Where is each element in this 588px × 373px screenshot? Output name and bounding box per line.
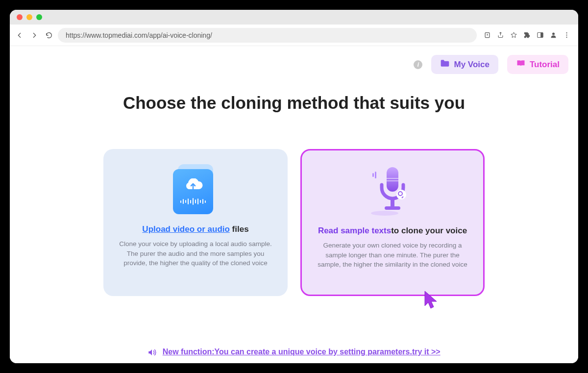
method-cards: Upload video or audio files Clone your v… — [10, 149, 578, 296]
install-icon[interactable] — [484, 31, 491, 39]
new-function-row: New function:You can create a unique voi… — [10, 348, 578, 356]
menu-icon[interactable] — [563, 31, 570, 39]
new-function-link[interactable]: New function:You can create a unique voi… — [163, 348, 441, 356]
page-title: Choose the cloning method that suits you — [10, 93, 578, 113]
my-voice-label: My Voice — [454, 60, 489, 70]
url-text: https://www.topmediai.com/app/ai-voice-c… — [66, 31, 212, 39]
content-header: i My Voice Tutorial — [414, 55, 568, 74]
svg-point-6 — [566, 37, 567, 38]
read-title-accent: Read sample texts — [318, 226, 391, 235]
svg-rect-12 — [391, 199, 394, 206]
upload-card[interactable]: Upload video or audio files Clone your v… — [103, 149, 288, 296]
nav-controls — [16, 31, 53, 39]
upload-card-desc: Clone your voice by uploading a local au… — [115, 239, 276, 268]
read-title-rest: to clone your voice — [391, 226, 467, 235]
minimize-window-button[interactable] — [26, 14, 32, 20]
upload-title-accent: Upload video or audio — [142, 224, 230, 234]
my-voice-button[interactable]: My Voice — [431, 55, 498, 74]
svg-rect-10 — [387, 178, 398, 179]
window-titlebar — [10, 10, 578, 25]
star-icon[interactable] — [510, 31, 517, 39]
tutorial-button[interactable]: Tutorial — [507, 55, 568, 74]
svg-rect-8 — [375, 172, 376, 178]
sidepanel-icon[interactable] — [537, 31, 544, 39]
folder-icon — [440, 59, 450, 70]
svg-rect-9 — [387, 167, 398, 192]
svg-rect-7 — [372, 173, 374, 177]
close-window-button[interactable] — [17, 14, 23, 20]
upload-title-rest: files — [230, 224, 249, 234]
reload-button[interactable] — [45, 31, 53, 39]
svg-rect-2 — [540, 33, 543, 38]
book-icon — [516, 59, 526, 70]
extensions-icon[interactable] — [523, 31, 531, 39]
info-icon[interactable]: i — [414, 60, 422, 69]
svg-point-14 — [371, 211, 398, 216]
svg-rect-11 — [387, 180, 398, 181]
svg-point-15 — [396, 190, 406, 199]
browser-window: https://www.topmediai.com/app/ai-voice-c… — [10, 10, 578, 363]
read-card-title: Read sample textsto clone your voice — [318, 226, 467, 236]
browser-toolbar: https://www.topmediai.com/app/ai-voice-c… — [10, 25, 578, 46]
share-icon[interactable] — [497, 31, 504, 39]
back-button[interactable] — [16, 31, 24, 39]
profile-icon[interactable] — [550, 31, 557, 39]
maximize-window-button[interactable] — [36, 14, 42, 20]
cursor-icon — [423, 290, 440, 309]
svg-rect-13 — [385, 206, 400, 210]
upload-card-title: Upload video or audio files — [142, 224, 248, 234]
svg-point-3 — [552, 33, 555, 35]
upload-cloud-icon — [169, 163, 222, 217]
read-card-desc: Generate your own cloned voice by record… — [314, 241, 471, 270]
tutorial-label: Tutorial — [530, 60, 560, 70]
toolbar-actions — [482, 31, 572, 39]
microphone-icon — [366, 164, 419, 218]
forward-button[interactable] — [30, 31, 38, 39]
speaker-icon — [147, 348, 156, 356]
svg-point-4 — [566, 32, 567, 33]
read-card[interactable]: Read sample textsto clone your voice Gen… — [300, 149, 485, 296]
page-content: i My Voice Tutorial Choose the cloning m… — [10, 46, 578, 363]
svg-point-5 — [566, 34, 567, 35]
address-bar[interactable]: https://www.topmediai.com/app/ai-voice-c… — [58, 28, 477, 43]
